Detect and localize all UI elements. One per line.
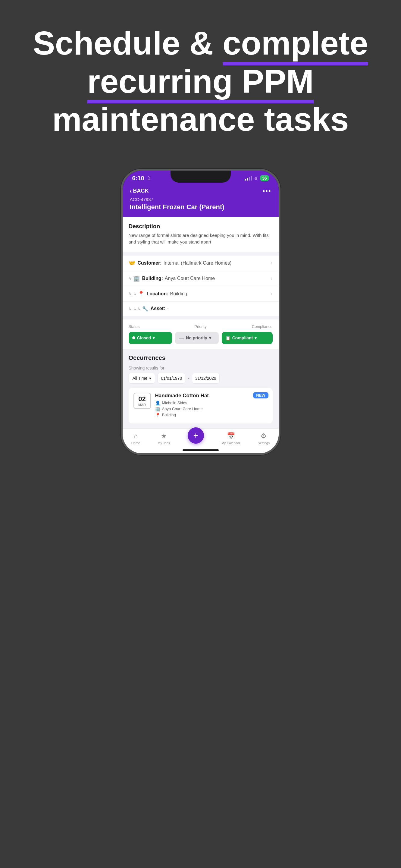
occ-location-row: 📍 Building [155,412,268,417]
indent-arrow-2a: ↳ [129,291,132,296]
hero-section: Schedule & complete recurring PPM mainte… [0,0,401,157]
occ-date-box: 02 MAR [133,393,151,409]
wifi-icon: ⌾ [255,176,258,181]
hero-highlight-complete: complete [223,24,368,62]
compliance-value: Compliant [232,336,253,340]
customer-row[interactable]: 🤝 Customer: Internal (Hallmark Care Home… [123,255,279,271]
indent-arrow-3c: ↳ [138,307,141,311]
compliance-dropdown[interactable]: 📋 Compliant ▾ [222,332,273,344]
priority-dash-icon: — [179,335,184,341]
description-card: Description New range of formal shirts a… [123,217,279,252]
description-label: Description [129,223,273,230]
back-button[interactable]: ‹ BACK [130,187,149,194]
building-chevron-icon: › [271,275,273,281]
compliance-col-label: Compliance [227,324,272,329]
nav-my-jobs-label: My Jobs [158,441,170,445]
nav-home-label: Home [131,441,140,445]
status-dropdown[interactable]: Closed ▾ [129,332,172,344]
location-chevron-icon: › [271,290,273,297]
priority-value: No priority [186,336,207,340]
priority-col-label: Priority [178,324,223,329]
customer-icon: 🤝 [129,260,135,267]
customer-chevron-icon: › [271,260,273,266]
hero-title: Schedule & complete recurring PPM mainte… [18,24,383,138]
nav-calendar-label: My Calendar [222,441,240,445]
building-value: Anya Court Care Home [165,276,271,281]
bottom-nav: ⌂ Home ★ My Jobs + 📅 My Calendar [123,428,279,447]
compliance-icon: 📋 [225,336,231,340]
signal-icon [245,176,252,181]
date-to-input[interactable]: 31/12/2029 [192,373,220,384]
occurrences-title: Occurrences [129,354,273,361]
content-area: Description New range of formal shirts a… [123,217,279,453]
occ-info: Handmade Cotton Hat 👤 Michelle Sides 🏢 A… [155,393,268,418]
info-rows: 🤝 Customer: Internal (Hallmark Care Home… [123,255,279,316]
nav-home[interactable]: ⌂ Home [131,432,140,445]
indent-arrow-3b: ↳ [133,307,136,311]
star-icon: ★ [161,432,167,440]
status-icons: ⌾ 36 [245,175,269,181]
dropdowns-row: Closed ▾ — No priority ▾ 📋 Compliant ▾ [129,332,273,344]
closed-dot-icon [132,336,135,339]
status-time: 6:10 [132,175,144,182]
acc-number: ACC-47937 [130,197,271,202]
customer-label: Customer: [138,260,162,266]
occ-location: Building [162,412,176,417]
customer-value: Internal (Hallmark Care Homes) [164,260,271,266]
occ-day: 02 [134,395,151,403]
occ-title: Handmade Cotton Hat [155,393,268,399]
occ-building: Anya Court Care Home [162,407,203,411]
home-indicator [182,450,219,451]
time-filter-chevron-icon: ▾ [149,376,151,381]
phone-notch [170,170,231,183]
nav-add[interactable]: + [188,433,204,444]
asset-title: Intelligent Frozen Car (Parent) [130,203,271,211]
occurrence-card-0[interactable]: 02 MAR Handmade Cotton Hat 👤 Michelle Si… [129,388,273,424]
occurrences-section: Occurrences Showing results for All Time… [123,349,279,424]
building-label: Building: [142,276,163,281]
time-filter-value: All Time [133,376,147,381]
asset-label: Asset: [151,306,165,311]
status-chevron-icon: ▾ [153,336,155,340]
occ-building-row: 🏢 Anya Court Care Home [155,407,268,411]
phone-frame: 6:10 ☽ ⌾ 36 ‹ BACK ••• ACC-47937 Intel [121,169,280,455]
more-button[interactable]: ••• [262,187,271,195]
app-header: ‹ BACK ••• ACC-47937 Intelligent Frozen … [123,185,279,217]
calendar-icon: 📅 [227,432,235,440]
indent-arrow-1: ↳ [129,276,132,281]
add-button[interactable]: + [188,427,204,444]
asset-row: ↳ ↳ ↳ 🔧 Asset: - [123,302,279,316]
location-row[interactable]: ↳ ↳ 📍 Location: Building › [123,286,279,302]
asset-indent-icons: ↳ ↳ ↳ 🔧 [129,306,148,312]
building-row[interactable]: ↳ 🏢 Building: Anya Court Care Home › [123,271,279,286]
home-bar [123,447,279,453]
date-separator: - [188,375,189,381]
status-labels-row: Status Priority Compliance [129,324,273,329]
compliance-chevron-icon: ▾ [255,336,257,340]
indent-arrow-3a: ↳ [129,307,132,311]
nav-settings-label: Settings [258,441,270,445]
phone-wrapper: 6:10 ☽ ⌾ 36 ‹ BACK ••• ACC-47937 Intel [121,169,280,455]
date-from-input[interactable]: 01/01/1970 [158,373,185,384]
home-icon: ⌂ [134,432,138,440]
back-label: BACK [133,188,148,194]
location-indent-icons: ↳ ↳ 📍 [129,290,144,297]
hero-line3: maintenance tasks [52,101,348,138]
location-label: Location: [147,291,168,297]
occ-location-icon: 📍 [155,412,160,417]
status-col-label: Status [129,324,174,329]
priority-dropdown[interactable]: — No priority ▾ [175,332,219,344]
chevron-left-icon: ‹ [130,187,132,194]
new-badge: NEW [253,392,268,398]
status-section: Status Priority Compliance Closed ▾ — No… [123,319,279,349]
showing-label: Showing results for [129,366,273,370]
priority-chevron-icon: ▾ [209,336,211,340]
nav-settings[interactable]: ⚙ Settings [258,432,270,445]
time-filter-dropdown[interactable]: All Time ▾ [129,373,156,384]
building-indent-icons: ↳ 🏢 [129,275,140,282]
location-value: Building [170,291,271,297]
nav-calendar[interactable]: 📅 My Calendar [222,432,240,445]
status-value: Closed [137,336,151,340]
nav-my-jobs[interactable]: ★ My Jobs [158,432,170,445]
description-text: New range of formal shirts are designed … [129,232,273,246]
